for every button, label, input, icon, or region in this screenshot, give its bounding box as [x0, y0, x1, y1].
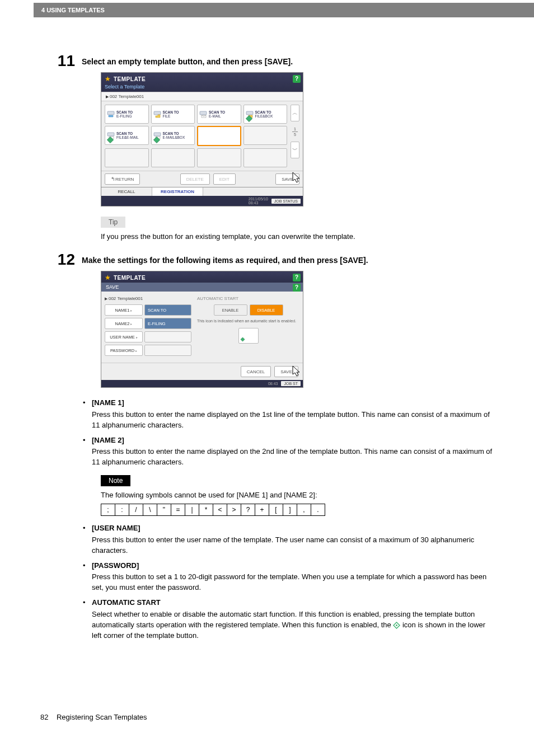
scroll-down-button[interactable]: ﹀ — [291, 142, 299, 158]
symbol-cell: = — [171, 504, 185, 516]
symbol-cell: [ — [269, 504, 283, 516]
disable-button[interactable]: DISABLE — [250, 304, 283, 316]
symbol-cell: < — [213, 504, 227, 516]
symbol-cell: \ — [143, 504, 157, 516]
item-username: [USER NAME] Press this button to enter t… — [83, 523, 494, 556]
scanner-icon — [153, 110, 161, 118]
svg-rect-0 — [107, 111, 114, 115]
symbols-table: ;:/\"=|*<>?+[],. — [101, 504, 325, 516]
breadcrumb: 002 Template001 — [105, 296, 191, 301]
scanner-icon — [199, 110, 207, 118]
password-value — [144, 345, 191, 356]
template-cell[interactable]: SCAN TOFILE&BOX — [243, 105, 288, 124]
cancel-button[interactable]: CANCEL — [241, 366, 271, 377]
pointer-icon — [289, 365, 304, 379]
scanner-icon — [107, 110, 115, 118]
star-icon: ★ — [105, 274, 111, 281]
auto-start-hint: This icon is indicated when an automatic… — [197, 319, 299, 323]
name2-value: E-FILING — [144, 318, 191, 329]
item-password: [PASSWORD] Press this button to set a 1 … — [83, 561, 494, 594]
tab-recall[interactable]: RECALL — [101, 187, 152, 196]
return-button[interactable]: RETURN — [105, 173, 140, 185]
svg-rect-1 — [109, 115, 113, 117]
job-status-button[interactable]: JOB ST — [281, 381, 301, 386]
item-name2: [NAME 2] Press this button to enter the … — [83, 435, 494, 468]
template-cell[interactable]: SCAN TOFILE — [151, 105, 195, 124]
help-icon[interactable]: ? — [293, 284, 301, 292]
symbol-cell: " — [157, 504, 171, 516]
template-cell[interactable]: SCAN TOE-MAIL&BOX — [151, 126, 195, 145]
help-icon[interactable]: ? — [293, 274, 301, 281]
svg-rect-3 — [200, 111, 207, 115]
item-automatic-start: AUTOMATIC START Select whether to enable… — [83, 598, 494, 641]
name1-button[interactable]: NAME1▸ — [105, 304, 143, 316]
scroll-up-button[interactable]: ︿ — [291, 105, 299, 121]
screenshot-select-template: ★ TEMPLATE Select a Template ? 002 Templ… — [101, 72, 303, 206]
job-status-button[interactable]: JOB STATUS — [271, 199, 301, 204]
delete-button[interactable]: DELETE — [180, 173, 210, 185]
username-button[interactable]: USER NAME▸ — [105, 331, 143, 342]
breadcrumb: 002 Template001 — [101, 92, 303, 101]
automatic-start-label: AUTOMATIC START — [197, 296, 299, 301]
screen-title: TEMPLATE — [114, 275, 146, 281]
symbol-cell: ] — [283, 504, 297, 516]
item-name1: [NAME 1] Press this button to enter the … — [83, 398, 494, 431]
template-cell-empty[interactable] — [151, 148, 195, 167]
template-cell-empty[interactable] — [243, 126, 288, 145]
page-footer: 82 Registering Scan Templates — [40, 713, 147, 721]
autostart-icon — [393, 622, 400, 629]
scanner-icon — [107, 132, 115, 139]
enable-button[interactable]: ENABLE — [214, 304, 247, 316]
symbol-cell: , — [297, 504, 311, 516]
screenshot-save-template: ★ TEMPLATE ? SAVE ? 002 Template001 NAME… — [101, 271, 303, 388]
symbol-cell: ? — [241, 504, 255, 516]
template-cell-empty-selected[interactable] — [197, 126, 241, 146]
step-11-number: 11 — [43, 53, 82, 69]
symbol-cell: ; — [101, 504, 115, 516]
section-header-text: 4 USING TEMPLATES — [34, 3, 534, 13]
name1-value: SCAN TO — [144, 304, 191, 316]
edit-button[interactable]: EDIT — [213, 173, 236, 185]
step-12-number: 12 — [43, 252, 82, 267]
tip-label: Tip — [101, 217, 125, 228]
password-button[interactable]: PASSWORD▸ — [105, 345, 143, 356]
template-cell-empty[interactable] — [243, 148, 288, 167]
tip-text: If you press the button for an existing … — [101, 232, 494, 241]
symbol-cell: > — [227, 504, 241, 516]
step-12-instruction: Make the settings for the following item… — [82, 252, 368, 265]
template-cell-empty[interactable] — [105, 148, 149, 167]
svg-point-11 — [396, 624, 397, 626]
symbol-cell: + — [255, 504, 269, 516]
username-value — [144, 331, 191, 342]
template-cell-empty[interactable] — [197, 148, 241, 167]
tab-registration[interactable]: REGISTRATION — [152, 187, 203, 196]
screen-title: TEMPLATE — [114, 76, 146, 82]
note-text: The following symbols cannot be used for… — [101, 491, 494, 499]
scanner-icon — [153, 132, 161, 139]
help-icon[interactable]: ? — [293, 75, 301, 83]
section-header-bar: 4 USING TEMPLATES — [34, 3, 534, 17]
screen-subtitle: SAVE — [106, 284, 119, 290]
svg-rect-2 — [154, 111, 161, 115]
symbol-cell: : — [115, 504, 129, 516]
template-cell[interactable]: SCAN TOE-FILING — [105, 105, 149, 124]
page-indicator: 15 — [291, 124, 299, 139]
note-label: Note — [101, 475, 130, 486]
template-cell[interactable]: SCAN TOFILE&E-MAIL — [105, 126, 149, 145]
status-time: 08:43 — [268, 382, 278, 386]
symbol-cell: . — [311, 504, 325, 516]
screen-subtitle: Select a Template — [105, 84, 299, 90]
name2-button[interactable]: NAME2▸ — [105, 318, 143, 329]
symbol-cell: * — [199, 504, 213, 516]
scanner-icon — [246, 110, 254, 118]
symbol-cell: | — [185, 504, 199, 516]
star-icon: ★ — [105, 75, 111, 83]
symbol-cell: / — [129, 504, 143, 516]
template-cell[interactable]: SCAN TOE-MAIL — [197, 105, 241, 124]
autostart-icon — [240, 337, 245, 342]
preview-box — [238, 328, 259, 344]
pointer-icon — [289, 171, 304, 186]
status-date: 2011/05/1008:43 — [249, 197, 268, 205]
step-11-instruction: Select an empty template button, and the… — [82, 53, 293, 66]
